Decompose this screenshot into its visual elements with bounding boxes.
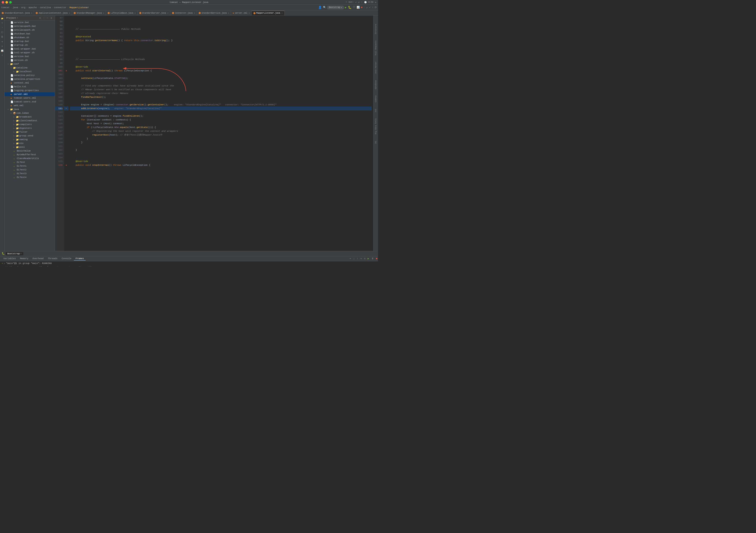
coverage-button[interactable]: ⛉ [353,6,355,9]
tab-standard-server[interactable]: StandardServer.java ✕ [138,11,170,15]
code-editor[interactable]: 87 88 89 90 91 92 93 94 95 96 97 98 99 1… [55,15,373,251]
vcs-history-btn[interactable]: ⟳ [375,6,377,9]
step-over-btn[interactable]: ↷ [349,257,352,261]
tree-item-java[interactable]: ▾ 📁 java [5,107,55,111]
tab-close-icon[interactable]: ✕ [31,12,32,14]
tab-close-icon[interactable]: ✕ [282,12,283,14]
code-content[interactable]: // ————————————————————————————— Public … [68,15,373,251]
codota-label[interactable]: Codota [375,96,377,102]
tab-standard-context[interactable]: StandardContext.java ✕ [0,11,34,15]
tree-item-shutdown-sh[interactable]: 📄 shutdown.sh [5,36,55,40]
step-out-btn[interactable]: ↑ [356,257,359,261]
gear-icon[interactable]: ⋮ [42,16,45,20]
tab-close-icon[interactable]: ✕ [194,12,195,14]
tree-item-el-test1[interactable]: ☕ ELTest1 [5,164,55,168]
big-data-icon[interactable]: 📊 [0,49,4,53]
breadcrumb-apache[interactable]: apache [29,6,37,9]
breadcrumb-tomcat[interactable]: tomcat [1,6,10,9]
ant-label[interactable]: Ant [375,109,377,112]
tree-item-compilerx[interactable]: ▷ 📁 compilerx [5,123,55,126]
tree-item-context-xml[interactable]: ◆ context.xml [5,81,55,85]
database-icon[interactable]: 🗄 [0,35,4,39]
tab-close-icon[interactable]: ✕ [167,12,169,14]
stop-button[interactable]: ■ [361,6,363,9]
project-dropdown-icon[interactable]: ▾ [17,17,18,19]
tree-item-catalina-properties[interactable]: 📄 catalina.properties [5,77,55,81]
tab-connector[interactable]: Connector.java ✕ [170,11,197,15]
tree-item-el-test3[interactable]: ☕ ELTest3 [5,172,55,176]
profile-button[interactable]: 📊 [357,6,360,9]
tree-item-bytebuffer-test[interactable]: ☕ ByteBufferTest [5,153,55,156]
tree-item-shutdown-bat[interactable]: 📄 shutdown.bat [5,32,55,36]
breadcrumb-connector[interactable]: connector [54,6,66,9]
tree-item-setclasspath-sh[interactable]: 📄 setclasspath.sh [5,28,55,32]
debug-tab-threads[interactable]: Threads [46,257,59,261]
tree-item-startup-sh[interactable]: 📄 startup.sh [5,43,55,47]
vcs-update-btn[interactable]: ↙ [366,6,368,9]
tab-mapper-listener[interactable]: MapperListener.java ✕ [252,11,284,15]
tree-item-el-test[interactable]: ☕ ELTest [5,160,55,164]
step-into-btn[interactable]: ↓ [353,257,355,261]
debug-tab-frames[interactable]: Frames [74,257,86,261]
pause-btn[interactable]: ⏸ [371,257,374,261]
tree-item-version-sh[interactable]: 📄 version.sh [5,58,55,62]
vcs-push-btn[interactable]: ↑ [372,6,373,9]
tree-item-tool-wrapper-sh[interactable]: 📄 tool-wrapper.sh [5,51,55,55]
debug-tab-memory[interactable]: Memory [18,257,30,261]
big-data-tools-label[interactable]: Big Data Tools [375,118,377,134]
tree-item-startup-bat[interactable]: 📄 startup.bat [5,40,55,43]
window-controls[interactable] [2,1,12,4]
settings-btn[interactable]: ⚙ [50,16,53,20]
pull-requests-label[interactable]: Pull Requests [375,41,377,55]
tree-item-digesterx[interactable]: ▷ 📁 digesterx [5,126,55,130]
codota-icon[interactable]: ◈ [0,40,4,43]
close-button[interactable] [2,1,4,4]
breadcrumb-class[interactable]: MapperListener [69,6,89,9]
tree-item-logging-properties[interactable]: 📄 logging.properties [5,89,55,92]
tree-item-catalina[interactable]: ▾ 📁 Catalina [5,66,55,70]
pull-requests-icon[interactable]: ⑂ [0,26,4,30]
debug-tab-overhead[interactable]: Overhead [31,257,45,261]
tree-item-web-xml[interactable]: ◆ web.xml [5,104,55,107]
tab-standard-manager[interactable]: StandardManager.java ✕ [72,11,106,15]
database-label[interactable]: Database [375,80,377,89]
tree-item-setclasspath-bat[interactable]: 📄 setclasspath.bat [5,24,55,28]
vcs-commit-btn[interactable]: ✓ [369,6,371,9]
stop-debug-btn[interactable]: ■ [375,257,378,261]
tree-item-nio[interactable]: ▷ 📁 nio [5,141,55,145]
tab-close-icon[interactable]: ✕ [103,12,104,14]
tree-item-version-bat[interactable]: 📄 version.bat [5,55,55,58]
tab-close-icon[interactable]: ✕ [69,12,70,14]
tree-item-localhost[interactable]: ▷ 📁 localhost [5,70,55,73]
evaluate-btn[interactable]: ≡ [363,257,366,261]
tree-item-tomcat-users-xsd[interactable]: 📄 tomcat-users.xsd [5,100,55,104]
tab-close-icon[interactable]: ✕ [134,12,136,14]
resume-btn[interactable]: ▶ [367,257,370,261]
breadcrumb-java[interactable]: java [13,6,18,9]
tab-close-icon[interactable]: ✕ [249,12,250,14]
sync-btn[interactable]: ⚙ [39,16,42,20]
jol-icon[interactable]: J [0,53,4,58]
tree-item-tool-wrapper-bat[interactable]: 📄 tool-wrapper.bat [5,47,55,51]
run-to-cursor-btn[interactable]: ↪ [360,257,363,261]
debug-session-tab-bootstrap[interactable]: Bootstrap ✕ [6,252,23,255]
run-button[interactable]: ▶ [345,6,346,9]
json-parser-label[interactable]: Json Parser [375,62,377,74]
search-icon[interactable]: 🔍 [323,6,326,9]
structure-icon[interactable]: ≡ [0,21,4,25]
debug-button[interactable]: 🐛 [348,6,352,9]
tree-item-service-bat[interactable]: 📄 service.bat [5,20,55,24]
tree-item-group-send[interactable]: ▷ 📁 group.send [5,134,55,138]
breadcrumb-org[interactable]: org [21,6,25,9]
tree-item-com-luban[interactable]: ▾ 📦 com.luban [5,111,55,115]
project-view-icon[interactable]: 📁 [0,16,4,20]
run-configuration[interactable]: Bootstrap ▾ [327,6,344,9]
debug-tab-console[interactable]: Console [60,257,73,261]
tree-item-naming[interactable]: ▷ 📁 naming [5,138,55,141]
jol-label[interactable]: JOL [375,141,377,144]
tree-item-el-test4[interactable]: ☕ ELTest4 [5,176,55,179]
structure-label[interactable]: Structure [375,24,377,34]
ant-icon[interactable]: ⚙ [0,44,4,48]
tree-item-filter[interactable]: ▷ 📁 filter [5,130,55,134]
minimize-button[interactable] [6,1,8,4]
